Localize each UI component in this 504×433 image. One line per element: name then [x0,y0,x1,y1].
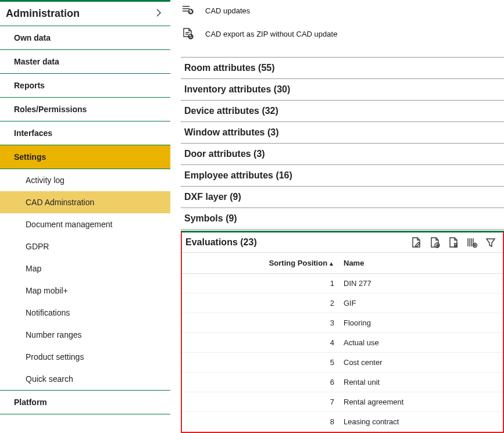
edit-icon[interactable] [410,236,423,249]
sidebar-item-label: Map [26,264,41,273]
sidebar-item-label: GDPR [26,242,49,251]
cell-sorting-position: 8 [182,412,339,432]
evaluations-panel: Evaluations (23) [181,231,504,433]
cell-sorting-position: 6 [182,373,339,392]
svg-point-4 [474,245,476,246]
sidebar: Administration Own data Master data Repo… [0,0,170,433]
nav-header[interactable]: Administration [0,0,170,26]
sort-asc-icon: ▲ [328,260,334,267]
sidebar-item-label: Number ranges [26,330,82,339]
sidebar-sub-product-settings[interactable]: Product settings [0,346,170,368]
sidebar-item-interfaces[interactable]: Interfaces [0,121,170,145]
sidebar-item-reports[interactable]: Reports [0,74,170,98]
sidebar-item-own-data[interactable]: Own data [0,26,170,50]
cell-name: Flooring [339,313,503,333]
sidebar-item-label: Own data [14,33,51,42]
cell-sorting-position: 4 [182,333,339,353]
sidebar-item-label: Quick search [26,374,73,384]
section-room-attributes[interactable]: Room attributes (55) [181,57,504,78]
chevron-right-icon [155,8,162,20]
evaluations-title: Evaluations (23) [185,237,257,248]
section-door-attributes[interactable]: Door attributes (3) [181,143,504,164]
col-label: Name [344,259,364,267]
cell-sorting-position: 3 [182,313,339,333]
table-row[interactable]: 4Actual use [182,333,503,353]
sidebar-item-roles-permissions[interactable]: Roles/Permissions [0,98,170,121]
action-cad-export-zip[interactable]: CAD export as ZIP without CAD update [181,23,504,46]
sidebar-item-label: Product settings [26,352,84,362]
delete-icon[interactable] [447,236,460,249]
cell-name: Rental agreement [339,392,503,412]
sidebar-item-platform[interactable]: Platform [0,391,170,414]
col-name[interactable]: Name [339,253,503,274]
sidebar-sub-map-mobil[interactable]: Map mobil+ [0,280,170,302]
cell-name: Actual use [339,333,503,353]
action-label: CAD export as ZIP without CAD update [205,30,337,38]
section-window-attributes[interactable]: Window attributes (3) [181,121,504,143]
sidebar-item-label: Roles/Permissions [14,105,87,114]
section-label: Symbols (9) [184,213,237,223]
cell-sorting-position: 5 [182,353,339,373]
table-row[interactable]: 6Rental unit [182,373,503,392]
sidebar-item-label: Reports [14,81,45,90]
table-row[interactable]: 2GIF [182,294,503,313]
section-label: Inventory attributes (30) [184,84,290,94]
evaluations-table: Sorting Position▲ Name 1DIN 2772GIF3Floo… [182,252,503,432]
sidebar-item-label: Platform [14,398,47,407]
section-inventory-attributes[interactable]: Inventory attributes (30) [181,78,504,100]
sidebar-item-label: Document management [26,220,112,229]
col-label: Sorting Position [269,259,327,267]
section-employee-attributes[interactable]: Employee attributes (16) [181,164,504,186]
sidebar-item-label: Interfaces [14,128,52,138]
sidebar-sub-notifications[interactable]: Notifications [0,302,170,324]
cell-name: Cost center [339,353,503,373]
sidebar-sub-quick-search[interactable]: Quick search [0,368,170,391]
section-label: Room attributes (55) [184,63,275,73]
table-row[interactable]: 7Rental agreement [182,392,503,412]
cell-sorting-position: 1 [182,274,339,294]
cell-sorting-position: 2 [182,294,339,313]
section-device-attributes[interactable]: Device attributes (32) [181,100,504,121]
cell-sorting-position: 7 [182,392,339,412]
main-content: CAD updates CAD export as ZIP without CA… [170,0,504,433]
sidebar-item-master-data[interactable]: Master data [0,50,170,74]
cell-name: Leasing contract [339,412,503,432]
sidebar-sub-gdpr[interactable]: GDPR [0,235,170,257]
sidebar-item-label: Settings [14,152,46,162]
section-label: Window attributes (3) [184,127,279,137]
table-row[interactable]: 3Flooring [182,313,503,333]
sidebar-item-settings[interactable]: Settings [0,145,170,169]
sidebar-sub-activity-log[interactable]: Activity log [0,169,170,191]
sidebar-sub-map[interactable]: Map [0,257,170,280]
columns-settings-icon[interactable] [466,236,478,249]
section-label: Door attributes (3) [184,149,265,159]
sidebar-item-label: Master data [14,57,59,66]
list-refresh-icon [181,3,195,17]
section-dxf-layer[interactable]: DXF layer (9) [181,186,504,207]
table-header-row: Sorting Position▲ Name [182,253,503,274]
section-label: Device attributes (32) [184,106,278,116]
section-symbols[interactable]: Symbols (9) [181,207,504,230]
section-label: Employee attributes (16) [184,170,292,180]
cell-name: DIN 277 [339,274,503,294]
table-row[interactable]: 1DIN 277 [182,274,503,294]
sidebar-sub-number-ranges[interactable]: Number ranges [0,324,170,346]
table-row[interactable]: 5Cost center [182,353,503,373]
table-row[interactable]: 8Leasing contract [182,412,503,432]
sidebar-item-label: Notifications [26,308,70,317]
add-icon[interactable] [428,236,441,249]
sidebar-item-label: CAD Adminstration [26,198,94,207]
cell-name: Rental unit [339,373,503,392]
action-label: CAD updates [205,6,250,15]
document-refresh-icon [181,27,195,41]
col-sorting-position[interactable]: Sorting Position▲ [182,253,339,274]
sidebar-item-label: Map mobil+ [26,286,68,295]
sidebar-sub-document-management[interactable]: Document management [0,213,170,235]
section-label: DXF layer (9) [184,192,241,202]
action-cad-updates[interactable]: CAD updates [181,0,504,23]
evaluations-toolbar [410,236,497,249]
filter-icon[interactable] [484,236,497,249]
sidebar-sub-cad-administration[interactable]: CAD Adminstration [0,191,170,213]
nav-title: Administration [6,8,80,20]
cell-name: GIF [339,294,503,313]
